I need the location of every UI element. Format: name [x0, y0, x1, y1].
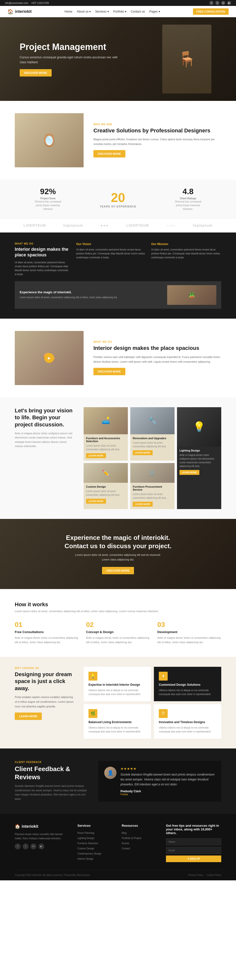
design-label: WHAT WE DO: [15, 242, 69, 245]
topbar-email: info@youromain.com: [5, 2, 28, 5]
banner-title: Experience the magic of interiokit. Cont…: [57, 534, 179, 550]
footer-twitter-icon[interactable]: t: [23, 843, 29, 850]
experience-banner-inner: Experience the magic of interiokit. Lore…: [20, 285, 216, 305]
service-card-5: 🛒 Furniture Procurement Service Lorem ip…: [130, 463, 174, 509]
footer-youtube-icon[interactable]: ▶: [38, 843, 44, 850]
linkedin-icon[interactable]: in: [221, 1, 225, 5]
topbar-phone: +007 1234-5789: [31, 2, 49, 5]
how-title: How it works: [15, 601, 221, 608]
youtube-icon[interactable]: ▶: [227, 1, 231, 5]
service-card-5-desc: Lorem ipsum dolor sit amet consectetur a…: [133, 492, 172, 500]
footer-cookie-link[interactable]: Cookie Policy: [206, 874, 221, 877]
service-card-1-body: Furniture and Accessories Selection Lore…: [84, 434, 128, 461]
footer-service-6-link[interactable]: Interior Design: [78, 858, 93, 860]
step-2: 02 Concept & Design Ante ut magna donec …: [86, 621, 150, 644]
footer-privacy-link[interactable]: Privacy Policy: [188, 874, 203, 877]
play-button[interactable]: ▶: [44, 353, 54, 363]
footer-service-4: Custom Design: [78, 846, 114, 850]
step-1-desc: Ante ut magna donec tortor ut consectetu…: [15, 636, 79, 644]
stat-projects: 92% Project Done Dictumst hac consequat …: [33, 187, 63, 211]
why-card-4-title: Innovative and Timeless Designs: [159, 721, 216, 724]
experience-banner-image: 🪴: [167, 285, 216, 305]
testimonial-title: Client Feedback & Reviews: [15, 765, 89, 782]
why-card-1-icon: 💡: [89, 672, 97, 681]
footer-service-4-link[interactable]: Custom Design: [78, 847, 94, 850]
newsletter-email-input[interactable]: [166, 847, 221, 854]
service-card-4-desc: Lorem ipsum dolor sit amet consectetur a…: [86, 489, 125, 497]
testimonial-inner: CLIENT FEEDBACK Client Feedback & Review…: [15, 761, 221, 802]
why-card-3-icon: 🌿: [89, 709, 97, 718]
why-card-1: 💡 Expertise in Interiokit Interior Desig…: [84, 667, 151, 701]
service-card-5-cta[interactable]: LEARN MORE: [133, 502, 153, 507]
nav-contact[interactable]: Contact us: [131, 10, 145, 13]
service-card-2-cta[interactable]: LEARN MORE: [133, 450, 153, 455]
footer-facebook-icon[interactable]: f: [15, 843, 21, 850]
step-3-title: Development: [157, 630, 221, 634]
vision-block: Our Vision Ut diam sit amet, consectetur…: [76, 242, 146, 276]
service-card-1-cta[interactable]: LEARN MORE: [86, 453, 106, 458]
footer-resource-1-link[interactable]: Blog: [122, 832, 127, 834]
why-cards: 💡 Expertise in Interiokit Interior Desig…: [84, 667, 221, 739]
footer-newsletter-title: Get free tips and resources right in you…: [166, 824, 221, 835]
service-card-5-img: 🛒: [130, 463, 174, 483]
stat-ratings-number: 4.8: [173, 187, 203, 196]
why-cta-button[interactable]: LEARN MORE: [15, 713, 42, 720]
about-text: WHO WE ARE Creative Solutions by Profess…: [93, 123, 221, 158]
logo-6: loginpsum: [193, 223, 213, 228]
nav-portfolio[interactable]: Portfolio ▾: [113, 10, 126, 13]
footer-service-5-link[interactable]: Contemporary Design: [78, 852, 101, 855]
topbar: info@youromain.com +007 1234-5789 f t in…: [0, 0, 236, 6]
logos-section: LIGERTEUM loginpsum ●●● LIGERTEUM ○○○○ l…: [0, 218, 236, 232]
mission-block: Our Mission Ut diam sit amet, consectetu…: [151, 242, 221, 276]
services-intro-desc: Ante ut magna donec tortor sodipisce ips…: [15, 431, 74, 449]
footer-service-2-link[interactable]: Lighting Design: [78, 837, 94, 840]
why-title: Designing your dream space is just a cli…: [15, 671, 74, 692]
nav-pages[interactable]: Pages ▾: [149, 10, 160, 13]
why-card-2-icon: ✦: [159, 672, 168, 681]
stat-years: 20 YEARS OF EXPERIENCE: [100, 190, 136, 208]
newsletter-name-input[interactable]: [166, 838, 221, 845]
about-label: WHO WE ARE: [93, 123, 221, 126]
nav-services[interactable]: Services ▾: [95, 10, 109, 13]
footer-resource-2: Portfolio & Project: [122, 836, 158, 840]
hero-image: 🪑: [162, 25, 211, 94]
footer-service-1-link[interactable]: Room Planning: [78, 832, 94, 834]
nav-home[interactable]: Home: [65, 10, 73, 13]
footer-resource-3-link[interactable]: Events: [122, 842, 129, 845]
feature-cta-button[interactable]: DISCOVER MORE: [93, 368, 125, 375]
footer-resource-4-link[interactable]: Contact: [122, 847, 130, 850]
newsletter-submit-button[interactable]: ✦ SIGN UP: [166, 856, 221, 862]
stat-years-label: YEARS OF EXPERIENCE: [100, 205, 136, 208]
about-cta-button[interactable]: DISCOVER MORE: [93, 150, 125, 158]
banner-cta-button[interactable]: DISCOVER MORE: [102, 567, 134, 574]
stat-projects-desc: Dictumst hac consequat primis Equtu maxi…: [33, 200, 63, 211]
mission-text: Ut diam sit amet, consectetur parturient…: [151, 248, 221, 259]
nav-about[interactable]: About us ▾: [77, 10, 91, 13]
design-desc: Ut diam sit amet, consectetur parturient…: [15, 261, 69, 276]
footer-service-6: Interior Design: [78, 857, 114, 861]
service-card-lighting-title: Lighting Design: [179, 449, 219, 452]
service-card-1-img: 🛋️: [84, 407, 128, 434]
footer-resource-2-link[interactable]: Portfolio & Project: [122, 837, 141, 840]
footer-services-list: Room Planning Lighting Design Furniture …: [78, 831, 114, 861]
about-desc: Magna porta porta efficitur. Inceptum du…: [93, 137, 221, 146]
stat-projects-label: Project Done: [33, 197, 63, 200]
stat-ratings-label: Client Ratings: [173, 197, 203, 200]
hero-cta-button[interactable]: DISCOVER MORE: [20, 69, 52, 76]
step-1-num: 01: [15, 621, 79, 628]
why-card-4: ⏱ Innovative and Timeless Designs Ullamc…: [154, 704, 221, 739]
why-card-3-title: Balanced Living Environments: [89, 721, 146, 724]
twitter-icon[interactable]: t: [215, 1, 219, 5]
service-card-lighting-cta[interactable]: LEARN MORE: [179, 470, 200, 475]
service-card-4-cta[interactable]: LEARN MORE: [86, 499, 106, 504]
service-card-5-title: Furniture Procurement Service: [133, 485, 172, 491]
consultation-button[interactable]: FREE CONSULTATION: [193, 8, 229, 15]
facebook-icon[interactable]: f: [209, 1, 213, 5]
service-card-2: 🔧 Renovation and Upgrades Lorem ipsum do…: [130, 407, 174, 461]
logo[interactable]: 🏠 interiokit: [7, 9, 32, 14]
vision-mission: Our Vision Ut diam sit amet, consectetur…: [76, 242, 221, 276]
footer-instagram-icon[interactable]: in: [30, 843, 36, 850]
service-card-2-desc: Lorem ipsum dolor sit amet consectetur a…: [133, 441, 172, 448]
stats-section: 92% Project Done Dictumst hac consequat …: [0, 180, 236, 218]
footer-service-3-link[interactable]: Furniture Selection: [78, 842, 98, 845]
